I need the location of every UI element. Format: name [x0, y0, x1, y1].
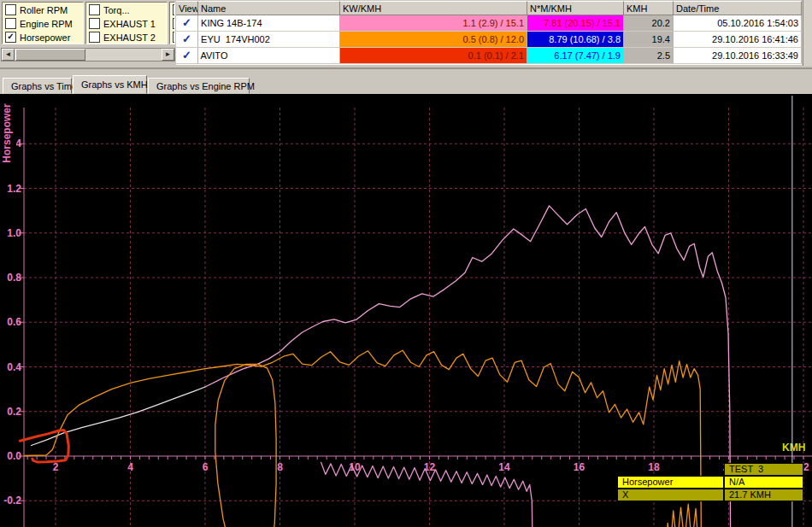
- channel-panel-left: Roller RPMEngine RPM✓Horsepower: [2, 2, 84, 44]
- column-header-name[interactable]: Name: [198, 1, 340, 15]
- x-tick-label: 14: [498, 461, 510, 473]
- channel-label: Engine RPM: [20, 19, 73, 29]
- channel-label: EXHAUST 2: [103, 32, 156, 43]
- kmh-value: 2.5: [624, 48, 674, 64]
- y-tick-label: 0.4: [7, 361, 21, 373]
- tab-graphs-vs-kmh[interactable]: Graphs vs KMH: [73, 75, 147, 94]
- nm-kmh-value: 6.17 (7.47) / 1.9: [527, 48, 624, 64]
- checkbox[interactable]: [173, 32, 175, 43]
- scroll-right-button[interactable]: ►: [162, 49, 174, 61]
- horsepower-vs-kmh-chart[interactable]: 246810121416182022-0.20.00.20.40.60.81.0…: [0, 94, 812, 527]
- tooltip-value: 21.7 KMH: [724, 489, 803, 501]
- tooltip-row: HorsepowerN/A: [617, 476, 803, 489]
- x-tick-label: 16: [574, 461, 585, 473]
- y-tick-label: 0.6: [7, 316, 21, 328]
- column-header-kmh[interactable]: KMH: [624, 1, 674, 15]
- channel-checkbox[interactable]: [5, 18, 16, 29]
- scroll-left-button[interactable]: ◄: [2, 49, 15, 61]
- kw-kmh-value: 0.5 (0.8) / 12.0: [340, 32, 527, 48]
- channel-label: Horsepower: [20, 32, 70, 43]
- tooltip-spacer: [617, 463, 724, 476]
- channel-row-torq-: Torq...: [89, 3, 167, 16]
- channel-row-horsepower: ✓Horsepower: [5, 31, 83, 44]
- x-tick-label: 2: [53, 461, 59, 473]
- channel-checkbox[interactable]: [89, 4, 100, 15]
- x-tick-label: 6: [203, 461, 209, 473]
- table-row[interactable]: ✓ KING 14B-1741.1 (2.9) / 15.17.81 (20.1…: [176, 15, 802, 32]
- column-header-kw-kmh[interactable]: KW/KMH: [340, 1, 527, 15]
- y-tick-label: 0.8: [7, 272, 21, 284]
- kw-kmh-value: 1.1 (2.9) / 15.1: [340, 15, 527, 32]
- tooltip-title: TEST 3: [724, 463, 803, 476]
- table-row[interactable]: ✓ EYU 174VH0020.5 (0.8) / 12.08.79 (10.6…: [176, 32, 802, 48]
- channel-checkbox[interactable]: [5, 4, 16, 15]
- column-header-date-time[interactable]: Date/Time: [674, 1, 802, 15]
- channel-label: Roller RPM: [20, 5, 68, 15]
- tooltip-value: N/A: [724, 476, 803, 489]
- channel-row-exhaust-2: EXHAUST 2: [89, 31, 167, 44]
- tooltip-label: Horsepower: [617, 476, 724, 489]
- run-name: EYU 174VH002: [198, 32, 340, 48]
- channel-row-exhaust-1: EXHAUST 1: [89, 17, 167, 30]
- tooltip-label: X: [617, 489, 724, 501]
- kmh-value: 19.4: [624, 32, 674, 48]
- channel-label: Torq...: [103, 5, 130, 15]
- kmh-value: 20.2: [624, 15, 674, 32]
- top-toolbar: Roller RPMEngine RPM✓Horsepower Torq...E…: [0, 0, 812, 75]
- column-header-n-m-kmh[interactable]: N*M/KMH: [527, 1, 624, 15]
- date-time-value: 29.10.2016 16:33:49: [674, 48, 802, 64]
- date-time-value: 29.10.2016 16:41:46: [674, 32, 802, 48]
- channel-panel-clipped: [169, 2, 175, 44]
- y-tick-label: 0.2: [7, 406, 21, 418]
- tab-graphs-vs-time[interactable]: Graphs vs Time: [3, 78, 72, 94]
- channel-checkbox[interactable]: ✓: [5, 32, 16, 43]
- view-checkbox[interactable]: ✓: [176, 15, 198, 32]
- y-tick-label: -0.2: [3, 495, 21, 507]
- channel-checkbox[interactable]: [89, 32, 100, 43]
- checkbox[interactable]: [173, 18, 175, 29]
- cursor-tooltip: TEST 3HorsepowerN/AX21.7 KMH: [617, 463, 803, 501]
- view-checkbox[interactable]: ✓: [176, 32, 198, 48]
- tooltip-row: X21.7 KMH: [617, 489, 803, 501]
- x-tick-label: 8: [277, 461, 283, 473]
- x-axis-title: KMH: [782, 442, 805, 454]
- channel-row-roller-rpm: Roller RPM: [5, 3, 83, 16]
- checkbox[interactable]: [173, 4, 175, 15]
- table-header-row: ViewNameKW/KMHN*M/KMHKMHDate/Time: [176, 1, 802, 15]
- channel-panel-right: Torq...EXHAUST 1EXHAUST 2: [85, 2, 168, 44]
- channel-checkbox[interactable]: [89, 18, 100, 29]
- channel-label: EXHAUST 1: [103, 19, 156, 29]
- graph-tab-bar: Graphs vs TimeGraphs vs KMHGraphs vs Eng…: [0, 75, 812, 94]
- series-eyu-174vh002: [215, 364, 276, 527]
- run-name: KING 14B-174: [198, 15, 340, 32]
- y-tick-label: 1.2: [7, 183, 21, 195]
- series-eyu-174vh002: [666, 504, 699, 527]
- column-header-view[interactable]: View: [176, 1, 198, 15]
- date-time-value: 05.10.2016 1:54:03: [674, 15, 802, 32]
- toolbar-divider: [0, 67, 812, 69]
- channel-row-engine-rpm: Engine RPM: [5, 17, 83, 30]
- panel-horizontal-scrollbar[interactable]: ◄ ►: [1, 48, 175, 61]
- nm-kmh-value: 7.81 (20.15) / 15.1: [527, 15, 624, 32]
- x-tick-label: 12: [424, 461, 436, 473]
- y-axis-title: Horsepower: [1, 103, 13, 163]
- y-tick-label: 1.0: [7, 227, 21, 239]
- runs-table: ViewNameKW/KMHN*M/KMHKMHDate/Time✓ KING …: [176, 1, 802, 65]
- nm-kmh-value: 8.79 (10.68) / 3.8: [527, 32, 624, 48]
- x-tick-label: 4: [127, 461, 133, 473]
- table-row[interactable]: ✓ AVITO0.1 (0.1) / 2.16.17 (7.47) / 1.92…: [176, 48, 802, 64]
- run-name: AVITO: [198, 48, 340, 64]
- view-checkbox[interactable]: ✓: [176, 48, 198, 64]
- scrollbar-thumb[interactable]: [15, 49, 85, 61]
- kw-kmh-value: 0.1 (0.1) / 2.1: [340, 48, 527, 64]
- table-vertical-scrollbar[interactable]: [803, 0, 812, 66]
- tab-graphs-vs-engine-rpm[interactable]: Graphs vs Engine RPM: [148, 78, 250, 94]
- y-tick-label: 0.0: [7, 450, 21, 462]
